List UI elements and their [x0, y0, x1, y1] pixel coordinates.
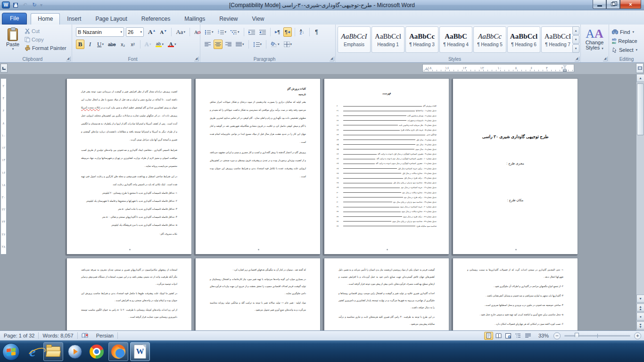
- undo-button[interactable]: ↶: [21, 1, 29, 9]
- page-7[interactable]: که گفته شد ، میتوان در کنار آن به چگونگی…: [195, 258, 321, 330]
- draft-view-button[interactable]: [524, 332, 533, 340]
- word-app-icon[interactable]: W: [2, 1, 10, 8]
- ltr-direction-button[interactable]: ▶¶: [273, 27, 282, 37]
- taskbar-word[interactable]: W: [130, 342, 150, 361]
- taskbar-windows-explorer[interactable]: [43, 342, 63, 361]
- text-effects-button[interactable]: A▾: [143, 40, 153, 49]
- taskbar-chrome[interactable]: [87, 342, 107, 361]
- select-button[interactable]: Select▾: [612, 45, 637, 54]
- font-family-combo[interactable]: B Nazanin▾: [76, 27, 124, 37]
- styles-more-button[interactable]: ▼: [572, 44, 579, 53]
- ribbon-tab[interactable]: View: [245, 13, 272, 25]
- page-4[interactable]: اهمیت پرورش دراندام ممتاز گاو از نظر افز…: [66, 78, 192, 255]
- page-5[interactable]: ۱- حتی المقدور گاوداری در سمتی احداث گرد…: [453, 258, 578, 330]
- view-ruler-toggle[interactable]: [636, 63, 644, 73]
- page-8[interactable]: استفاده از روشهای مکانیزاسیون در گاوداری…: [66, 258, 192, 330]
- replace-button[interactable]: abac Replace: [612, 36, 637, 45]
- subscript-button[interactable]: x₂: [119, 40, 127, 49]
- vertical-scrollbar[interactable]: ▲ ▼ ▲▲ ● ▼▼: [636, 74, 644, 330]
- page-1[interactable]: طرح توجیهی گاوداری شیری ۳۰ راسی مجری طرح…: [453, 78, 578, 255]
- underline-button[interactable]: U▾: [96, 40, 105, 49]
- change-case-button[interactable]: Aa▾: [174, 27, 187, 37]
- font-color-button[interactable]: A▾: [166, 40, 178, 49]
- page-2[interactable]: فهرست ۲ کلیات پرورش گاو ۲۱ جدول شماره ۱ …: [324, 78, 449, 255]
- italic-button[interactable]: I: [86, 40, 94, 49]
- repeat-button[interactable]: ↻: [31, 1, 38, 9]
- text-highlight-button[interactable]: ab▾: [154, 40, 165, 49]
- increase-indent-button[interactable]: [258, 27, 267, 37]
- zoom-in-button[interactable]: +: [634, 332, 641, 339]
- zoom-out-button[interactable]: −: [553, 332, 561, 339]
- horizontal-ruler[interactable]: ۱۸۱۶۱۴۱۲۱۰۸۶۴۲: [422, 64, 574, 72]
- word-count[interactable]: Words: 8,057: [39, 331, 77, 340]
- previous-page-button[interactable]: ▲▲: [636, 304, 644, 312]
- format-painter-button[interactable]: Format Painter: [25, 45, 66, 51]
- line-spacing-button[interactable]: ▾: [252, 40, 264, 49]
- zoom-slider-thumb[interactable]: [575, 333, 579, 339]
- justify-button[interactable]: ▾: [234, 40, 246, 49]
- multilevel-list-button[interactable]: ▾: [229, 27, 241, 37]
- ribbon-tab[interactable]: File: [2, 13, 27, 25]
- restore-button[interactable]: [606, 0, 620, 9]
- style-card[interactable]: AaBbCcI ¶ Heading 7: [541, 26, 574, 53]
- paste-button[interactable]: Paste▾: [3, 26, 23, 53]
- ribbon-tab[interactable]: Page Layout: [88, 13, 134, 25]
- print-layout-view-button[interactable]: [484, 332, 493, 340]
- taskbar-internet-explorer[interactable]: e: [23, 342, 42, 361]
- zoom-level[interactable]: 33%: [538, 333, 549, 338]
- cut-button[interactable]: Cut: [25, 28, 40, 34]
- language-indicator[interactable]: Persian: [92, 331, 117, 340]
- copy-button[interactable]: Copy: [25, 37, 44, 42]
- style-card[interactable]: AaBbCcI Emphasis: [338, 26, 371, 53]
- align-center-button[interactable]: [214, 40, 223, 49]
- scroll-down-button[interactable]: ▼: [636, 295, 644, 303]
- bullets-button[interactable]: ▾: [203, 27, 215, 37]
- qat-dropdown[interactable]: ▾: [40, 2, 42, 8]
- start-button[interactable]: [1, 342, 21, 361]
- ribbon-tab[interactable]: Review: [212, 13, 245, 25]
- ribbon-tab[interactable]: Insert: [60, 13, 88, 25]
- next-page-button[interactable]: ▼▼: [636, 321, 644, 329]
- left-indent-marker[interactable]: [425, 67, 429, 70]
- taskbar-media-player[interactable]: [65, 342, 85, 361]
- ribbon-tab[interactable]: Mailings: [177, 13, 212, 25]
- style-card[interactable]: AaBbCcl ¶ Heading 6: [507, 26, 540, 53]
- style-card[interactable]: AaBbCc ¶ Heading 3: [405, 26, 438, 53]
- select-browse-object-button[interactable]: ●: [636, 313, 644, 321]
- strikethrough-button[interactable]: abe: [107, 40, 117, 49]
- superscript-button[interactable]: x²: [129, 40, 137, 49]
- page-6[interactable]: گوشت قرمز به عنوان یکی از مواد پروتئینی …: [324, 258, 449, 330]
- ribbon-tab[interactable]: References: [134, 13, 177, 25]
- ribbon-tab[interactable]: Home: [31, 13, 60, 25]
- save-button[interactable]: [12, 1, 19, 9]
- sort-button[interactable]: AZ↓: [298, 27, 306, 37]
- font-dialog-launcher[interactable]: ◢: [194, 57, 199, 61]
- styles-scroll-up[interactable]: ▲: [572, 26, 579, 35]
- proofing-status[interactable]: [78, 331, 92, 340]
- zoom-slider[interactable]: [564, 335, 630, 337]
- page-3[interactable]: کلیات پرورش گاو تاریخچه بشر اولیه که سال…: [195, 78, 321, 255]
- scrollbar-thumb[interactable]: [637, 83, 644, 135]
- font-size-combo[interactable]: 26▾: [126, 27, 144, 37]
- numbering-button[interactable]: 12▾: [216, 27, 228, 37]
- bold-button[interactable]: B: [76, 40, 84, 49]
- vertical-ruler[interactable]: ۲۴۶۸۱۰۱۲۱۴۱۶۱۸۲۰۲۲۲۴۲۶۲۸: [0, 78, 7, 255]
- change-styles-button[interactable]: AA Change Styles ▾: [582, 26, 607, 53]
- indent-markers[interactable]: [563, 65, 567, 72]
- style-card[interactable]: AaBbCcl Heading 1: [372, 26, 405, 53]
- page-indicator[interactable]: Page: 1 of 32: [0, 331, 38, 340]
- decrease-indent-button[interactable]: [247, 27, 256, 37]
- shading-button[interactable]: ▾: [269, 40, 281, 49]
- tab-stop-selector[interactable]: [0, 64, 8, 73]
- style-card[interactable]: AaBbC ¶ Heading 4: [439, 26, 472, 53]
- taskbar-firefox[interactable]: [108, 342, 128, 361]
- clipboard-dialog-launcher[interactable]: ◢: [66, 57, 71, 61]
- styles-scroll-down[interactable]: ▼: [572, 35, 579, 44]
- minimize-button[interactable]: [593, 0, 606, 9]
- align-left-button[interactable]: [203, 40, 212, 49]
- borders-button[interactable]: ▾: [282, 40, 294, 49]
- paragraph-dialog-launcher[interactable]: ◢: [330, 57, 334, 61]
- grow-font-button[interactable]: A▲: [147, 27, 157, 37]
- web-layout-view-button[interactable]: [504, 332, 513, 340]
- style-card[interactable]: AaBbCc ¶ Heading 5: [473, 26, 506, 53]
